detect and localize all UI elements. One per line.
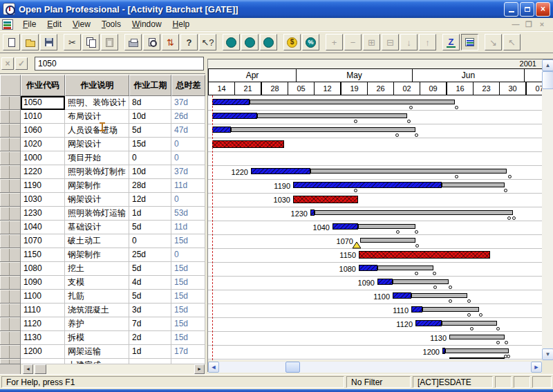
cell-code[interactable]: 1040 xyxy=(21,221,65,234)
restore-button[interactable] xyxy=(520,2,534,17)
gantt-bar-float[interactable] xyxy=(360,238,415,243)
time-analysis-clock-button[interactable] xyxy=(223,34,240,50)
gantt-bar-float[interactable] xyxy=(231,127,415,132)
column-header-4[interactable]: 总时差 xyxy=(171,75,205,96)
menu-edit[interactable]: Edit xyxy=(41,18,67,30)
new-button[interactable] xyxy=(3,34,20,50)
cell-code[interactable]: 1230 xyxy=(21,207,65,221)
gantt-bar-float[interactable] xyxy=(442,321,497,326)
chart-scroll-right-button[interactable]: ► xyxy=(531,362,542,373)
cell-duration[interactable]: 7d xyxy=(129,317,171,331)
row-header[interactable] xyxy=(0,290,21,304)
cell-description[interactable]: 照明、装饰设计 xyxy=(65,96,129,110)
row-header[interactable] xyxy=(0,317,21,331)
cell-duration[interactable]: 25d xyxy=(129,248,171,262)
resource-button[interactable] xyxy=(241,34,259,50)
cell-code[interactable]: 1000 xyxy=(21,151,65,165)
cell-description[interactable]: 网架运输 xyxy=(65,345,129,359)
scroll-right-button[interactable]: ► xyxy=(194,364,205,374)
cell-total-float[interactable]: 15d xyxy=(171,317,205,331)
cell-code[interactable]: 1060 xyxy=(21,124,65,138)
cell-description[interactable]: 人员设备进场 xyxy=(65,124,129,138)
cell-duration[interactable]: 0 xyxy=(129,151,171,165)
cell-total-float[interactable]: 53d xyxy=(171,207,205,221)
gantt-bar-early[interactable] xyxy=(332,223,358,230)
cell-total-float[interactable]: 15d xyxy=(171,276,205,290)
menu-tools[interactable]: Tools xyxy=(96,18,126,30)
cell-code[interactable]: 1110 xyxy=(21,304,65,317)
gantt-bar-float[interactable] xyxy=(315,210,513,215)
row-header[interactable] xyxy=(0,179,21,193)
cell-description[interactable]: 拆模 xyxy=(65,331,129,345)
cell-code[interactable]: 1130 xyxy=(21,331,65,345)
cell-total-float[interactable]: 15d xyxy=(171,262,205,276)
menu-file[interactable]: File xyxy=(17,18,41,30)
gantt-bar-early[interactable] xyxy=(415,320,442,326)
row-header[interactable] xyxy=(0,248,21,262)
milestone-marker[interactable] xyxy=(353,239,361,246)
cell-duration[interactable]: 28d xyxy=(129,179,171,193)
copy-button[interactable] xyxy=(82,34,100,50)
row-header[interactable] xyxy=(0,110,21,124)
minimize-button[interactable] xyxy=(504,2,518,17)
cell-total-float[interactable]: 17d xyxy=(171,345,205,359)
cell-total-float[interactable]: 11d xyxy=(171,221,205,234)
menu-window[interactable]: Window xyxy=(126,18,167,30)
chart-vertical-scrollbar[interactable]: ▲ ▼ xyxy=(542,59,553,360)
column-header-0[interactable] xyxy=(0,75,21,96)
chart-hscrollbar-thumb[interactable] xyxy=(285,362,300,373)
percent-complete-button[interactable]: % xyxy=(302,34,319,50)
gantt-bar-float[interactable] xyxy=(257,113,407,118)
cell-total-float[interactable]: 0 xyxy=(171,248,205,262)
barchart-view-button[interactable] xyxy=(461,34,478,50)
row-header[interactable] xyxy=(0,221,21,234)
chart-scroll-up-button[interactable]: ▲ xyxy=(542,59,553,71)
gantt-bar-float[interactable] xyxy=(442,183,505,187)
sort-button[interactable]: ⇅ xyxy=(162,34,179,50)
menu-view[interactable]: View xyxy=(67,18,96,30)
cell-code[interactable]: 1030 xyxy=(21,193,65,207)
cell-description[interactable]: 布局设计 xyxy=(65,110,129,124)
gantt-bar-early[interactable] xyxy=(251,168,310,174)
cell-duration[interactable]: 5d xyxy=(129,262,171,276)
cell-code[interactable]: 1070 xyxy=(21,234,65,248)
cost-button[interactable]: $ xyxy=(283,34,301,50)
scrollbar-thumb[interactable] xyxy=(35,364,46,374)
row-header[interactable] xyxy=(0,193,21,207)
gantt-bar-float[interactable] xyxy=(445,348,509,353)
gantt-bar-early[interactable] xyxy=(212,99,250,105)
histogram-button[interactable] xyxy=(260,34,277,50)
context-help-button[interactable]: ↖? xyxy=(199,34,216,50)
gantt-bar-early[interactable] xyxy=(411,306,422,312)
cell-code[interactable]: 1010 xyxy=(21,110,65,124)
gantt-bar-float[interactable] xyxy=(393,279,449,284)
scroll-left-button[interactable]: ◄ xyxy=(23,364,33,374)
row-header[interactable] xyxy=(0,276,21,290)
chart-scroll-left-button[interactable]: ◄ xyxy=(208,362,219,373)
row-header[interactable] xyxy=(0,304,21,317)
network-view-button[interactable]: Z xyxy=(442,34,460,50)
cell-total-float[interactable]: 15d xyxy=(171,331,205,345)
print-preview-button[interactable] xyxy=(143,34,160,50)
cell-duration[interactable]: 5d xyxy=(129,221,171,234)
row-header[interactable] xyxy=(0,151,21,165)
mdi-minimize-button[interactable]: — xyxy=(510,20,521,29)
menu-help[interactable]: Help xyxy=(167,18,196,30)
cell-code[interactable]: 1220 xyxy=(21,165,65,179)
row-header[interactable] xyxy=(0,138,21,151)
mdi-close-button[interactable]: × xyxy=(536,20,547,29)
cell-duration[interactable]: 5d xyxy=(129,290,171,304)
gantt-bar-early[interactable] xyxy=(377,279,393,285)
cell-description[interactable]: 钢架设计 xyxy=(65,193,129,207)
cell-duration[interactable]: 8d xyxy=(129,96,171,110)
gantt-bar-float[interactable] xyxy=(310,169,507,174)
close-button[interactable]: × xyxy=(536,2,550,17)
cell-duration[interactable]: 1d xyxy=(129,345,171,359)
print-button[interactable] xyxy=(124,34,142,50)
cut-button[interactable]: ✂ xyxy=(64,34,81,50)
cell-description[interactable]: 照明装饰灯制作 xyxy=(65,165,129,179)
cell-total-float[interactable]: 37d xyxy=(171,96,205,110)
cell-duration[interactable]: 12d xyxy=(129,193,171,207)
cell-code[interactable]: 1200 xyxy=(21,345,65,359)
table-horizontal-scrollbar[interactable]: ◄ ► xyxy=(0,364,205,374)
